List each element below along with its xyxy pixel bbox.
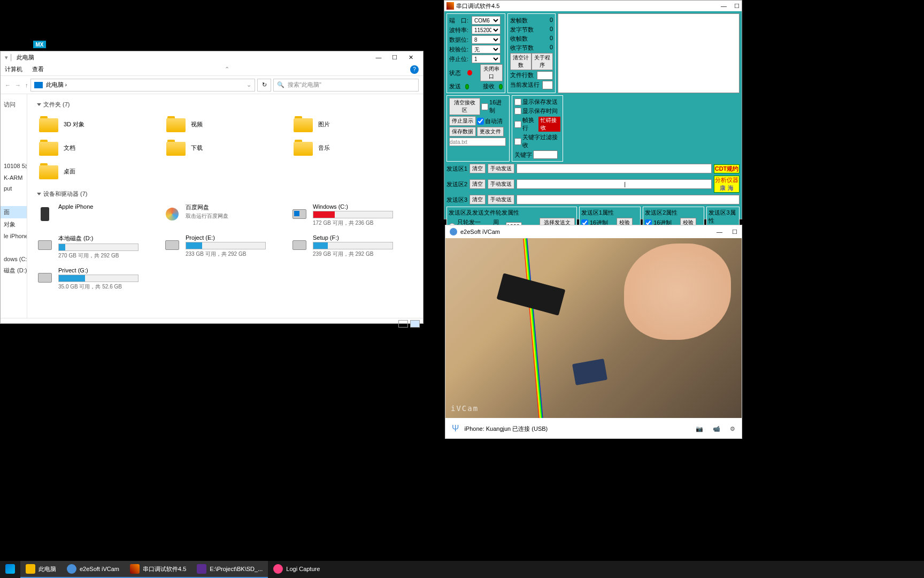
taskbar-logi[interactable]: Logi Capture bbox=[268, 561, 325, 578]
maximize-button[interactable]: ☐ bbox=[732, 229, 737, 235]
close-button[interactable]: ✕ bbox=[403, 52, 419, 63]
show-save-time-checkbox[interactable] bbox=[514, 108, 521, 115]
devices-header[interactable]: 设备和驱动器 (7) bbox=[37, 188, 413, 200]
frame-wrap-checkbox[interactable] bbox=[514, 121, 521, 128]
device-item[interactable]: Setup (F:)239 GB 可用，共 292 GB bbox=[291, 234, 413, 260]
taskbar-ivcam[interactable]: e2eSoft iVCam bbox=[61, 561, 125, 578]
receive-textarea[interactable] bbox=[558, 13, 740, 93]
sidebar-item[interactable]: le iPhone bbox=[1, 231, 27, 241]
clear-send3-button[interactable]: 清空 bbox=[469, 195, 486, 204]
clear-send1-button[interactable]: 清空 bbox=[469, 164, 486, 173]
manual-send3-button[interactable]: 手动发送 bbox=[488, 195, 514, 204]
folders-header[interactable]: 文件夹 (7) bbox=[37, 98, 413, 111]
sidebar-item[interactable] bbox=[1, 111, 27, 123]
ivcam-titlebar[interactable]: e2eSoft iVCam — ☐ bbox=[445, 225, 742, 238]
folder-item[interactable]: 3D 对象 bbox=[37, 114, 159, 134]
start-button[interactable] bbox=[0, 561, 20, 578]
sidebar-item[interactable] bbox=[1, 148, 27, 160]
send2-input[interactable]: | bbox=[517, 179, 712, 189]
change-file-button[interactable]: 更改文件 bbox=[477, 127, 504, 136]
minimize-button[interactable]: — bbox=[371, 52, 387, 63]
close-port-button[interactable]: 关闭串口 bbox=[480, 64, 503, 81]
send3-input[interactable] bbox=[517, 195, 740, 204]
manual-send1-button[interactable]: 手动发送 bbox=[488, 164, 514, 173]
device-item[interactable]: Privect (G:)35.0 GB 可用，共 52.6 GB bbox=[37, 267, 159, 291]
record-button[interactable]: 📹 bbox=[713, 425, 720, 432]
folder-item[interactable]: 文档 bbox=[37, 138, 159, 158]
cdt-badge[interactable]: CDT规约 bbox=[714, 164, 740, 173]
tab-view[interactable]: 查看 bbox=[32, 65, 44, 73]
baud-select[interactable]: 115200 bbox=[472, 26, 500, 34]
send1-input[interactable] bbox=[517, 164, 712, 173]
filename-field[interactable] bbox=[449, 138, 506, 146]
serial-titlebar[interactable]: 串口调试软件4.5 — ☐ bbox=[444, 1, 742, 11]
device-item[interactable]: Project (E:)233 GB 可用，共 292 GB bbox=[164, 234, 286, 260]
autoclear-checkbox[interactable] bbox=[477, 118, 484, 125]
details-view-button[interactable] bbox=[398, 320, 408, 328]
sidebar-item[interactable] bbox=[1, 241, 27, 254]
settings-button[interactable]: ⚙ bbox=[730, 425, 735, 432]
taskbar-serial[interactable]: 串口调试软件4.5 bbox=[125, 561, 191, 578]
up-button[interactable]: ↑ bbox=[25, 82, 28, 88]
sidebar-item[interactable]: 10108 5出口 bbox=[1, 160, 27, 172]
hex-checkbox[interactable] bbox=[481, 103, 488, 110]
sidebar-item[interactable]: 对象 bbox=[1, 218, 27, 231]
address-bar[interactable]: 此电脑 › ⌄ bbox=[30, 79, 256, 92]
back-button[interactable]: ← bbox=[5, 82, 11, 88]
clear-send2-button[interactable]: 清空 bbox=[469, 179, 486, 189]
folder-item[interactable]: 下载 bbox=[164, 138, 286, 158]
sidebar-item[interactable]: 磁盘 (D:) bbox=[1, 264, 27, 277]
sidebar-item[interactable]: 访问 bbox=[1, 98, 27, 111]
maximize-button[interactable]: ☐ bbox=[387, 52, 403, 63]
device-item[interactable]: 百度网盘双击运行百度网盘 bbox=[164, 203, 286, 227]
tab-computer[interactable]: 计算机 bbox=[5, 65, 22, 73]
sidebar-item-thispc[interactable]: 面 bbox=[1, 206, 27, 218]
file-lines-field[interactable] bbox=[537, 71, 553, 80]
nav-pane[interactable]: 访问 10108 5出口 K-ARM put 面 对象 le iPhone do… bbox=[1, 94, 27, 318]
cur-line-field[interactable] bbox=[542, 81, 553, 89]
clear-count-button[interactable]: 清空计数 bbox=[510, 53, 532, 70]
parity-select[interactable]: 无 bbox=[472, 45, 500, 54]
port-select[interactable]: COM6 bbox=[472, 16, 500, 25]
mx-desktop-icon[interactable]: MX bbox=[33, 41, 46, 48]
clear-recv-button[interactable]: 清空接收区 bbox=[449, 98, 480, 115]
dropdown-icon[interactable]: ⌄ bbox=[247, 81, 251, 88]
save-data-button[interactable]: 保存数据 bbox=[449, 127, 476, 136]
keyword-filter-checkbox[interactable] bbox=[514, 138, 521, 145]
search-box[interactable]: 🔍 搜索"此电脑" bbox=[273, 79, 419, 92]
stopbits-select[interactable]: 1 bbox=[472, 55, 500, 63]
folder-item[interactable]: 桌面 bbox=[37, 161, 159, 181]
snapshot-button[interactable]: 📷 bbox=[696, 425, 703, 432]
forward-button[interactable]: → bbox=[15, 82, 21, 88]
ribbon-expand-icon[interactable]: ⌃ bbox=[225, 66, 229, 73]
sidebar-item[interactable]: K-ARM bbox=[1, 172, 27, 183]
maximize-button[interactable]: ☐ bbox=[734, 3, 740, 10]
keyword-field[interactable] bbox=[533, 150, 558, 159]
show-save-send-checkbox[interactable] bbox=[514, 98, 521, 105]
folder-item[interactable]: 图片 bbox=[291, 114, 413, 134]
minimize-button[interactable]: — bbox=[721, 3, 727, 10]
icons-view-button[interactable] bbox=[410, 320, 420, 328]
vendor-badge[interactable]: 分析仪器康 海 bbox=[714, 176, 740, 193]
device-item[interactable]: Apple iPhone bbox=[37, 203, 159, 227]
about-button[interactable]: 关于程序 bbox=[532, 53, 553, 70]
taskbar-explorer[interactable]: 此电脑 bbox=[20, 561, 61, 578]
explorer-titlebar[interactable]: ▾ │ 此电脑 — ☐ ✕ bbox=[1, 51, 423, 63]
manual-send2-button[interactable]: 手动发送 bbox=[488, 179, 514, 189]
sidebar-item[interactable] bbox=[1, 135, 27, 148]
device-item[interactable]: 本地磁盘 (D:)270 GB 可用，共 292 GB bbox=[37, 234, 159, 260]
pc-icon bbox=[34, 82, 43, 88]
minimize-button[interactable]: — bbox=[717, 229, 722, 235]
folder-item[interactable]: 视频 bbox=[164, 114, 286, 134]
sidebar-item[interactable]: dows (C:) bbox=[1, 254, 27, 264]
taskbar-vs[interactable]: E:\Project\BK\SD_... bbox=[191, 561, 268, 578]
sidebar-item[interactable]: put bbox=[1, 183, 27, 194]
sidebar-item[interactable] bbox=[1, 194, 27, 206]
sidebar-item[interactable] bbox=[1, 123, 27, 135]
folder-item[interactable]: 音乐 bbox=[291, 138, 413, 158]
stop-display-button[interactable]: 停止显示 bbox=[449, 116, 476, 126]
help-icon[interactable]: ? bbox=[410, 65, 419, 74]
databits-select[interactable]: 8 bbox=[472, 35, 500, 44]
refresh-button[interactable]: ↻ bbox=[257, 79, 271, 92]
device-item[interactable]: Windows (C:)172 GB 可用，共 236 GB bbox=[291, 203, 413, 227]
